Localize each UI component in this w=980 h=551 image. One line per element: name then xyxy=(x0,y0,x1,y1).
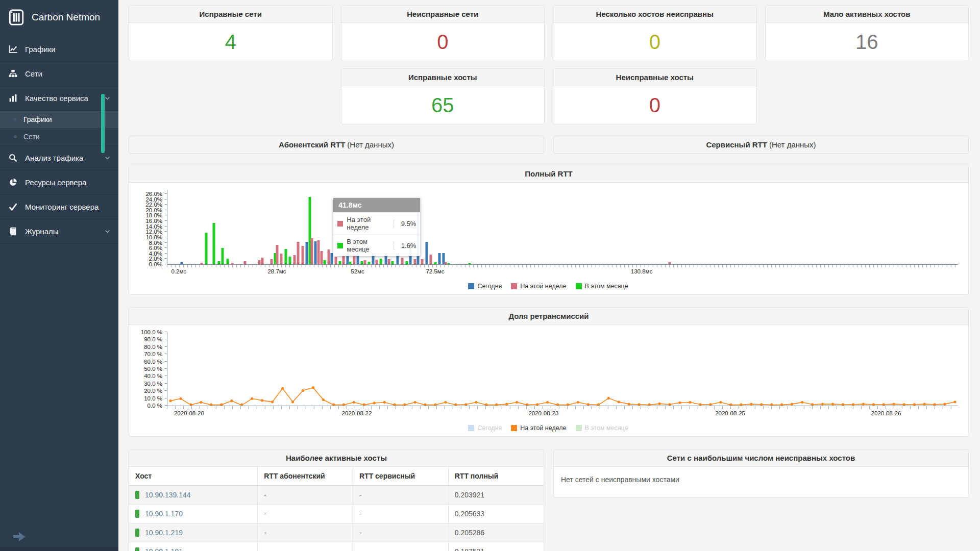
histogram-bar[interactable] xyxy=(200,263,203,264)
histogram-bar[interactable] xyxy=(301,246,304,264)
column-header: RTT абонентский xyxy=(258,467,353,486)
legend-item-Сегодня[interactable]: Сегодня xyxy=(468,424,502,432)
histogram-bar[interactable] xyxy=(324,260,326,264)
histogram-bar[interactable] xyxy=(311,238,313,264)
histogram-bar[interactable] xyxy=(349,262,351,264)
histogram-bar[interactable] xyxy=(368,262,370,264)
sidebar-scrollbar-thumb[interactable] xyxy=(101,94,105,153)
y-tick-mark xyxy=(165,354,167,354)
y-tick-mark xyxy=(165,361,167,362)
histogram-bar[interactable] xyxy=(468,263,471,264)
histogram-bar[interactable] xyxy=(305,242,308,264)
legend-item-В этом месяце[interactable]: В этом месяце xyxy=(576,283,628,290)
histogram-bar[interactable] xyxy=(222,248,224,264)
histogram-bar[interactable] xyxy=(406,261,408,264)
histogram-bar[interactable] xyxy=(426,242,428,264)
histogram-bar[interactable] xyxy=(361,261,363,264)
retransmission-line[interactable] xyxy=(167,332,958,406)
histogram-bar[interactable] xyxy=(334,257,337,264)
histogram-bar[interactable] xyxy=(293,255,296,264)
host-link[interactable]: 10.90.139.144 xyxy=(145,491,191,499)
y-tick-label: 30.0 % xyxy=(133,381,162,387)
histogram-bar[interactable] xyxy=(317,240,320,264)
histogram-bar[interactable] xyxy=(448,263,450,264)
histogram-bar[interactable] xyxy=(438,253,440,264)
y-tick-label: 0.0 % xyxy=(133,403,162,409)
histogram-bar[interactable] xyxy=(205,233,207,264)
histogram-bar[interactable] xyxy=(338,261,341,264)
chevron-down-icon xyxy=(105,95,110,101)
full-rtt-panel: Полный RTT 41.8мс На этой неделе9.5%В эт… xyxy=(129,165,969,295)
x-tick-label: 72.5мс xyxy=(426,268,444,274)
histogram-bar[interactable] xyxy=(314,241,316,264)
histogram-bar[interactable] xyxy=(280,254,283,264)
chart-tooltip: 41.8мс На этой неделе9.5%В этом месяце1.… xyxy=(333,198,420,256)
full-rtt-plot-area[interactable]: 41.8мс На этой неделе9.5%В этом месяце1.… xyxy=(167,190,958,264)
sidebar-item-monitoring[interactable]: Мониторинг сервера xyxy=(0,195,118,219)
histogram-bar[interactable] xyxy=(327,249,330,264)
histogram-bar[interactable] xyxy=(213,223,215,264)
legend-item-На этой неделе[interactable]: На этой неделе xyxy=(511,283,566,290)
pie-chart-icon xyxy=(8,178,17,187)
host-link[interactable]: 10.90.1.219 xyxy=(145,529,183,537)
histogram-bar[interactable] xyxy=(376,260,378,264)
x-tick-label: 2020-08-20 xyxy=(174,410,204,416)
legend-item-На этой неделе[interactable]: На этой неделе xyxy=(511,424,566,432)
sitemap-icon xyxy=(8,69,17,78)
histogram-bar[interactable] xyxy=(391,261,394,264)
sidebar-item-label: Анализ трафика xyxy=(25,154,83,162)
histogram-bar[interactable] xyxy=(364,260,366,264)
histogram-bar[interactable] xyxy=(258,260,260,264)
sidebar-item-resources[interactable]: Ресурсы сервера xyxy=(0,170,118,195)
histogram-bar[interactable] xyxy=(297,242,299,264)
bar-chart-icon xyxy=(8,94,17,103)
host-link[interactable]: 10.90.1.170 xyxy=(145,510,183,518)
legend-item-Сегодня[interactable]: Сегодня xyxy=(468,283,502,290)
histogram-bar[interactable] xyxy=(342,256,345,264)
histogram-bar[interactable] xyxy=(331,253,333,264)
histogram-bar[interactable] xyxy=(321,251,323,264)
stat-card-value: 16 xyxy=(766,23,969,61)
retransmissions-plot-area[interactable]: 100.0 %90.0 %80.0 %70.0 %60.0 %50.0 %40.… xyxy=(167,332,958,406)
sidebar-item-networks[interactable]: Сети xyxy=(0,62,118,86)
histogram-bar[interactable] xyxy=(285,249,287,264)
histogram-bar[interactable] xyxy=(429,255,432,264)
histogram-bar[interactable] xyxy=(380,259,382,264)
sidebar-item-logs[interactable]: Журналы xyxy=(0,219,118,244)
histogram-bar[interactable] xyxy=(261,258,263,264)
retransmissions-title: Доля ретрансмиссий xyxy=(129,308,968,325)
stat-card-value: 0 xyxy=(553,23,756,61)
histogram-bar[interactable] xyxy=(434,262,437,264)
y-tick-label: 0.0% xyxy=(133,261,162,267)
y-tick-mark xyxy=(165,264,167,264)
stat-card-value: 0 xyxy=(553,86,756,124)
histogram-bar[interactable] xyxy=(271,259,273,264)
histogram-bar[interactable] xyxy=(243,261,246,264)
y-tick-mark xyxy=(165,210,167,210)
app-logo[interactable]: Carbon Netmon xyxy=(0,0,118,37)
y-tick-mark xyxy=(165,199,167,199)
histogram-bar[interactable] xyxy=(413,259,416,264)
sidebar-item-label: Сети xyxy=(25,69,42,78)
histogram-bar[interactable] xyxy=(289,257,291,264)
histogram-bar[interactable] xyxy=(226,259,229,264)
legend-swatch xyxy=(576,425,582,431)
histogram-bar[interactable] xyxy=(231,263,234,264)
sidebar-item-graphs[interactable]: Графики xyxy=(0,37,118,62)
histogram-bar[interactable] xyxy=(276,245,279,264)
legend-swatch xyxy=(511,425,517,431)
histogram-bar[interactable] xyxy=(217,261,220,264)
histogram-bar[interactable] xyxy=(180,262,183,264)
histogram-bar[interactable] xyxy=(421,259,423,264)
histogram-bar[interactable] xyxy=(401,258,404,264)
sidebar-collapse-button[interactable] xyxy=(12,531,27,543)
legend-item-В этом месяце[interactable]: В этом месяце xyxy=(576,424,628,432)
histogram-bar[interactable] xyxy=(668,262,671,264)
y-tick-mark xyxy=(165,193,167,194)
host-link[interactable]: 10.90.1.191 xyxy=(145,547,183,551)
histogram-bar[interactable] xyxy=(387,259,390,264)
y-tick-label: 60.0 % xyxy=(133,359,162,365)
histogram-bar[interactable] xyxy=(445,262,447,264)
bad-networks-title: Сети с наибольшим числом неисправных хос… xyxy=(554,449,968,467)
y-tick-mark xyxy=(165,258,167,259)
